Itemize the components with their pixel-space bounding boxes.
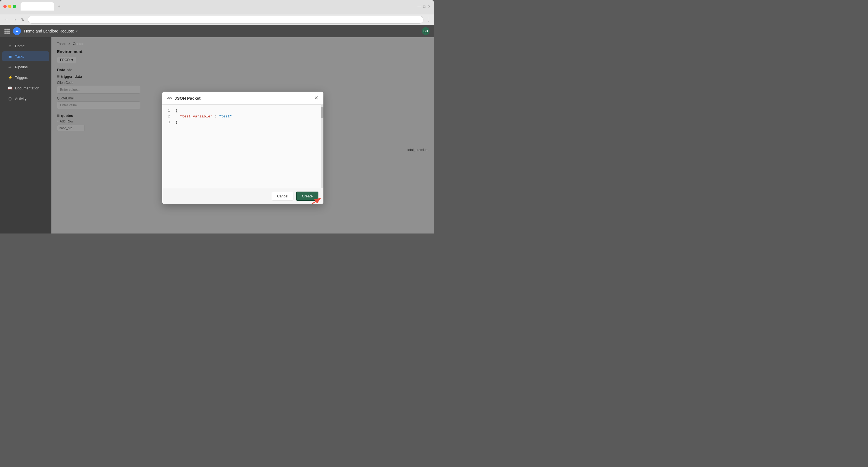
sidebar-item-home[interactable]: ⌂ Home	[2, 41, 49, 51]
modal-title-text: JSON Packet	[175, 96, 200, 101]
window-close-button[interactable]	[3, 5, 7, 8]
sidebar-item-label: Triggers	[15, 75, 28, 80]
modal-title-icon: </>	[167, 96, 173, 100]
scrollbar-thumb[interactable]	[321, 107, 323, 118]
code-line-3: }	[176, 120, 321, 126]
sidebar-item-tasks[interactable]: ☰ Tasks	[2, 52, 49, 61]
sidebar-item-documentation[interactable]: 📖 Documentation	[2, 83, 49, 93]
code-scrollbar[interactable]	[321, 105, 323, 188]
grid-icon	[4, 29, 10, 34]
pipeline-icon: ⇌	[8, 65, 12, 69]
sidebar-item-activity[interactable]: ◷ Activity	[2, 94, 49, 104]
sidebar: ⌂ Home ☰ Tasks ⇌ Pipeline ⚡ Triggers 📖 D…	[0, 37, 52, 234]
arrow-indicator	[310, 197, 321, 204]
sidebar-item-triggers[interactable]: ⚡ Triggers	[2, 72, 49, 82]
sidebar-item-label: Tasks	[15, 55, 24, 59]
address-bar[interactable]	[28, 16, 424, 24]
back-button[interactable]: ←	[3, 17, 9, 23]
header-avatar[interactable]: BB	[422, 27, 430, 35]
create-button-wrapper: Create	[296, 192, 318, 201]
modal-body: 1 2 3 { "test_variable"	[162, 105, 323, 188]
documentation-icon: 📖	[8, 86, 12, 90]
browser-menu-button[interactable]: ⋮	[426, 16, 431, 23]
sidebar-item-label: Pipeline	[15, 65, 28, 69]
sidebar-item-pipeline[interactable]: ⇌ Pipeline	[2, 62, 49, 72]
code-line-2: "test_variable" : "test"	[176, 114, 321, 120]
modal-title: </> JSON Packet	[167, 96, 200, 101]
modal-header: </> JSON Packet ✕	[162, 92, 323, 105]
cancel-button[interactable]: Cancel	[272, 192, 293, 200]
home-icon: ⌂	[8, 43, 12, 48]
refresh-button[interactable]: ↻	[20, 17, 26, 23]
json-packet-modal: </> JSON Packet ✕ 1 2 3	[162, 92, 323, 204]
main-content: Tasks > Create Environment PROD ▾ Data	[52, 37, 434, 234]
forward-button[interactable]: →	[12, 17, 18, 23]
sidebar-item-label: Home	[15, 44, 25, 48]
browser-tab[interactable]	[21, 2, 54, 10]
modal-close-button[interactable]: ✕	[314, 96, 318, 101]
window-maximize-control[interactable]: □	[423, 4, 425, 9]
tasks-icon: ☰	[8, 54, 12, 59]
header-chevron-icon: ∨	[76, 30, 78, 33]
code-editor[interactable]: 1 2 3 { "test_variable"	[162, 105, 323, 188]
app-header: ● Home and Landlord Requote ∨ BB	[0, 25, 434, 37]
code-content[interactable]: { "test_variable" : "test"	[174, 108, 323, 185]
window-minimize-button[interactable]	[8, 5, 11, 8]
window-close-control[interactable]: ✕	[428, 4, 431, 9]
line-numbers: 1 2 3	[162, 108, 174, 185]
triggers-icon: ⚡	[8, 75, 12, 80]
modal-overlay: </> JSON Packet ✕ 1 2 3	[52, 37, 434, 234]
new-tab-button[interactable]: +	[56, 3, 62, 9]
modal-footer: Cancel Create	[162, 188, 323, 204]
sidebar-item-label: Documentation	[15, 86, 39, 90]
window-minimize-control[interactable]: —	[417, 4, 421, 9]
code-line-1: {	[176, 108, 321, 114]
window-maximize-button[interactable]	[13, 5, 16, 8]
activity-icon: ◷	[8, 96, 12, 101]
sidebar-item-label: Activity	[15, 97, 26, 101]
app-logo: ●	[13, 27, 21, 35]
header-title[interactable]: Home and Landlord Requote ∨	[24, 29, 78, 33]
